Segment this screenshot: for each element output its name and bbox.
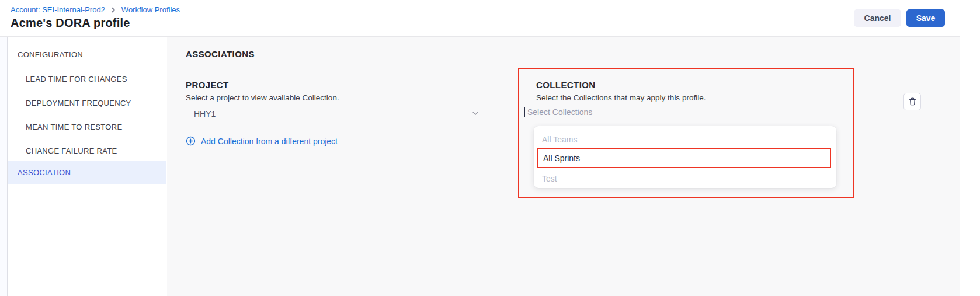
breadcrumb-workflow-profiles-link[interactable]: Workflow Profiles [121,5,180,14]
project-heading: PROJECT [186,80,229,90]
dropdown-option-all-sprints-label: All Sprints [543,150,830,166]
add-collection-link-label: Add Collection from a different project [201,137,338,146]
trash-icon [908,97,917,106]
dropdown-option-all-teams[interactable]: All Teams [537,131,833,148]
sidebar-item-configuration[interactable]: CONFIGURATION [8,46,166,63]
text-cursor [524,107,525,117]
left-gutter [0,37,8,296]
sidebar-item-lead-time-for-changes[interactable]: LEAD TIME FOR CHANGES [8,70,166,88]
collections-dropdown: All Teams All Sprints Test [534,126,836,188]
sidebar-item-mean-time-to-restore[interactable]: MEAN TIME TO RESTORE [8,118,166,135]
dropdown-option-all-sprints[interactable]: All Sprints [537,148,831,168]
project-description: Select a project to view available Colle… [186,93,339,102]
collections-input-underline [524,124,836,124]
association-panel: ASSOCIATIONS PROJECT Select a project to… [167,37,960,296]
add-collection-link[interactable]: Add Collection from a different project [186,136,338,146]
page-edge-divider [960,0,960,296]
project-select[interactable]: HHY1 [186,106,486,124]
delete-association-button[interactable] [903,93,921,110]
page-title: Acme's DORA profile [11,16,130,30]
cancel-button[interactable]: Cancel [854,9,901,27]
collection-heading: COLLECTION [536,80,596,90]
sidebar-item-association[interactable]: ASSOCIATION [8,161,166,184]
project-select-value: HHY1 [194,109,216,119]
chevron-right-icon [110,6,117,13]
project-select-underline [186,124,486,124]
dropdown-option-test[interactable]: Test [537,170,833,187]
save-button[interactable]: Save [906,9,945,27]
collections-select-input[interactable]: Select Collections [524,106,836,124]
chevron-down-icon [471,109,479,117]
page-header: Account: SEI-Internal-Prod2 Workflow Pro… [0,0,960,37]
breadcrumb-account-link[interactable]: Account: SEI-Internal-Prod2 [11,5,105,14]
plus-circle-icon [186,136,196,146]
app-window: Account: SEI-Internal-Prod2 Workflow Pro… [0,0,980,296]
collections-input-placeholder: Select Collections [527,107,592,117]
collection-description: Select the Collections that may apply th… [536,93,706,102]
profile-nav-sidebar: CONFIGURATION LEAD TIME FOR CHANGES DEPL… [8,37,166,296]
associations-heading: ASSOCIATIONS [186,49,255,59]
sidebar-item-change-failure-rate[interactable]: CHANGE FAILURE RATE [8,142,166,159]
sidebar-item-deployment-frequency[interactable]: DEPLOYMENT FREQUENCY [8,94,166,112]
breadcrumb: Account: SEI-Internal-Prod2 Workflow Pro… [11,5,180,14]
